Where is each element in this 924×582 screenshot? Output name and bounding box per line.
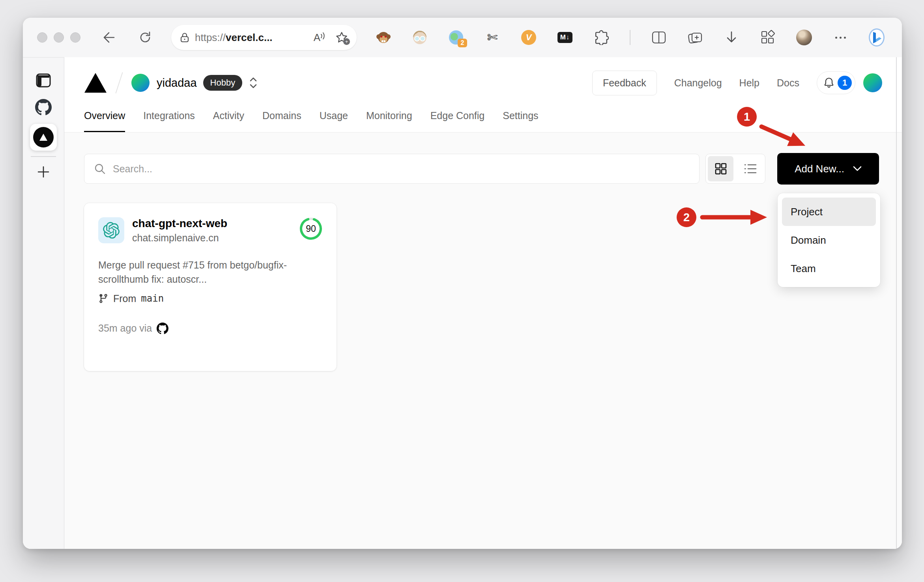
browser-toolbar: https://vercel.c... A + 2 (23, 18, 902, 57)
address-bar[interactable]: https://vercel.c... A + (171, 25, 357, 50)
grid-view-button[interactable] (708, 156, 733, 181)
clipper-extension-button[interactable]: ✄ (484, 30, 500, 45)
avatar-extension-button[interactable] (412, 30, 428, 45)
tab-overview[interactable]: Overview (84, 110, 125, 132)
chevron-updown-icon (249, 76, 257, 89)
dropdown-item-project[interactable]: Project (782, 198, 876, 226)
tab-edge-config[interactable]: Edge Config (430, 110, 485, 132)
read-aloud-letter: A (314, 32, 320, 44)
bing-icon (869, 28, 885, 47)
commit-message: Merge pull request #715 from betgo/bugfi… (98, 258, 311, 287)
github-source-icon (157, 323, 168, 334)
scissors-icon: ✄ (487, 30, 498, 45)
cat-avatar (796, 30, 812, 45)
dashboard-tabs: Overview Integrations Activity Domains U… (64, 100, 902, 132)
downloads-button[interactable] (724, 30, 739, 45)
person-avatar-icon (412, 30, 428, 45)
new-tab-button[interactable] (32, 160, 55, 184)
copilot-button[interactable] (869, 30, 885, 45)
annotation-step-1: 1 (737, 107, 757, 127)
plan-badge: Hobby (203, 75, 243, 91)
add-new-button[interactable]: Add New... (777, 153, 879, 185)
bell-icon (823, 77, 834, 89)
apps-button[interactable] (760, 30, 776, 45)
vimium-icon: V (521, 30, 536, 45)
toggle-vertical-tabs-button[interactable] (32, 69, 55, 92)
project-card[interactable]: chat-gpt-next-web chat.simplenaive.cn 90… (84, 203, 337, 371)
team-switcher[interactable] (249, 76, 257, 89)
tab-vercel-active[interactable] (30, 124, 57, 151)
split-screen-icon (652, 31, 666, 44)
vimium-extension-button[interactable]: V (521, 30, 537, 45)
deploy-meta: 35m ago via (98, 323, 152, 334)
dropdown-item-team[interactable]: Team (782, 254, 876, 283)
nav-link-help[interactable]: Help (739, 77, 759, 89)
tab-usage[interactable]: Usage (320, 110, 348, 132)
notifications-button[interactable]: 1 (817, 71, 855, 94)
search-field (84, 154, 700, 184)
search-input[interactable] (113, 163, 690, 175)
team-name: yidadaa (157, 76, 197, 90)
collections-button[interactable] (687, 30, 703, 45)
tab-monitoring[interactable]: Monitoring (366, 110, 412, 132)
team-avatar (131, 74, 150, 92)
extension-icons: 2 ✄ V M↓ (376, 30, 888, 45)
branch-label: From (113, 293, 136, 304)
extensions-menu-button[interactable] (593, 30, 609, 45)
plus-icon (37, 165, 50, 179)
tab-manager-extension-button[interactable]: 2 (448, 30, 464, 45)
notification-count-badge: 1 (838, 76, 852, 90)
breadcrumb-divider (115, 72, 123, 93)
tab-domains[interactable]: Domains (262, 110, 301, 132)
tab-count-badge: 2 (458, 39, 467, 47)
list-view-icon (744, 163, 757, 175)
sidebar-panel-icon (36, 73, 51, 88)
refresh-button[interactable] (137, 30, 153, 45)
dashboard-header: yidadaa Hobby Feedback Changelog Help Do… (64, 57, 902, 100)
toolbar-divider (630, 30, 630, 45)
back-button[interactable] (101, 30, 117, 45)
read-aloud-button[interactable]: A (314, 32, 326, 44)
feedback-button[interactable]: Feedback (592, 71, 657, 95)
tab-integrations[interactable]: Integrations (143, 110, 195, 132)
download-icon (725, 30, 738, 45)
list-view-button[interactable] (737, 156, 763, 181)
nav-link-changelog[interactable]: Changelog (674, 77, 722, 89)
tab-activity[interactable]: Activity (213, 110, 244, 132)
lock-icon (180, 32, 189, 43)
search-icon (94, 163, 106, 175)
scrollbar-track[interactable] (896, 57, 897, 549)
browser-window: https://vercel.c... A + 2 (23, 18, 902, 549)
zoom-button[interactable] (70, 32, 80, 43)
ellipsis-icon (835, 37, 846, 39)
add-new-label: Add New... (795, 163, 844, 175)
close-button[interactable] (37, 32, 47, 43)
dropdown-item-domain[interactable]: Domain (782, 226, 876, 254)
monkey-extension-button[interactable] (376, 30, 391, 45)
view-toggle (705, 154, 765, 184)
vercel-favicon (33, 127, 54, 147)
chevron-down-icon (853, 166, 862, 172)
minimize-button[interactable] (54, 32, 64, 43)
favorite-plus-badge: + (343, 38, 350, 45)
collections-icon (688, 30, 703, 45)
user-avatar[interactable] (863, 73, 882, 92)
add-new-dropdown: Project Domain Team (778, 193, 880, 287)
tab-settings[interactable]: Settings (503, 110, 538, 132)
markdown-extension-button[interactable]: M↓ (557, 30, 573, 45)
branch-name: main (141, 293, 164, 304)
github-icon (35, 99, 52, 116)
add-favorite-button[interactable]: + (335, 31, 348, 44)
score-value: 90 (299, 217, 322, 240)
settings-menu-button[interactable] (832, 30, 848, 45)
nav-link-docs[interactable]: Docs (777, 77, 799, 89)
score-ring: 90 (299, 217, 322, 240)
openai-icon (103, 222, 120, 239)
read-aloud-waves-icon (320, 32, 326, 40)
split-screen-button[interactable] (651, 30, 667, 45)
puzzle-icon (594, 30, 609, 45)
tab-github[interactable] (32, 95, 55, 119)
project-logo (98, 217, 124, 243)
project-domain[interactable]: chat.simplenaive.cn (132, 232, 227, 244)
profile-avatar-button[interactable] (796, 30, 812, 45)
